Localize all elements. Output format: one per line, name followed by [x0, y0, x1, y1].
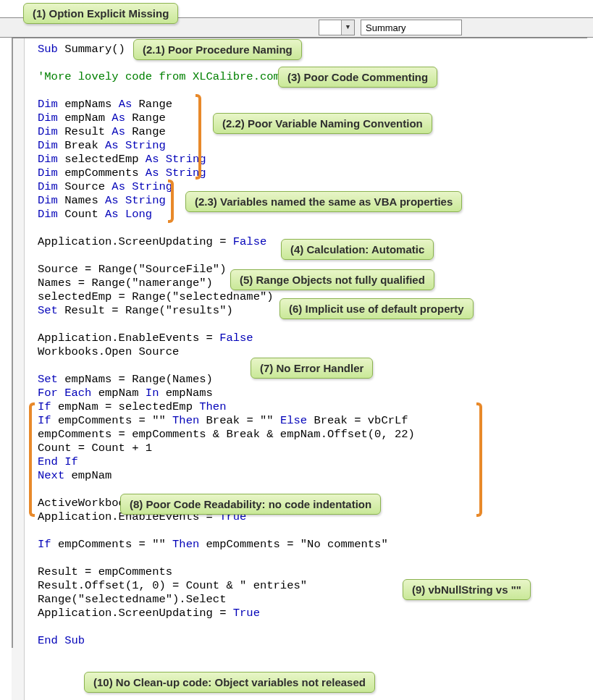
procedure-dropdown-value: Summary	[366, 22, 406, 33]
callout-8: (8) Poor Code Readability: no code inden…	[120, 494, 381, 515]
bracket-2-3	[168, 180, 174, 223]
callout-1: (1) Option Explicit Missing	[23, 3, 178, 24]
callout-3: (3) Poor Code Commenting	[278, 67, 437, 88]
callout-2-2: (2.2) Poor Variable Naming Convention	[213, 113, 432, 134]
callout-6: (6) Implicit use of default property	[279, 298, 474, 319]
bracket-8-right	[476, 402, 482, 517]
callout-4: (4) Calculation: Automatic	[281, 239, 434, 260]
bracket-2-2	[195, 94, 201, 180]
callout-5: (5) Range Objects not fully qualified	[230, 269, 434, 290]
object-dropdown[interactable]: ▼	[319, 20, 355, 35]
callout-9: (9) vbNullString vs ""	[403, 579, 531, 600]
callout-7: (7) No Error Handler	[251, 358, 373, 379]
callout-2-1: (2.1) Poor Procedure Naming	[133, 39, 302, 60]
bracket-8-left	[29, 402, 35, 517]
callout-2-3: (2.3) Variables named the same as VBA pr…	[185, 191, 462, 212]
chevron-down-icon: ▼	[341, 20, 354, 35]
procedure-dropdown[interactable]: Summary	[361, 20, 462, 35]
callout-10: (10) No Clean-up code: Object variables …	[84, 672, 375, 693]
